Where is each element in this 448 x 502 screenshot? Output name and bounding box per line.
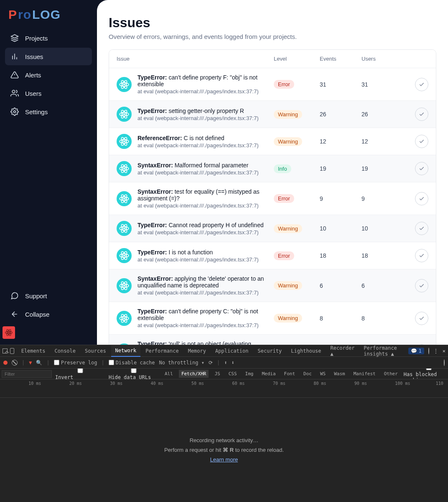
filter-chip-js[interactable]: JS — [212, 370, 222, 378]
devtools-tab-console[interactable]: Console — [50, 346, 80, 356]
more-icon[interactable]: ⋮ — [433, 348, 438, 354]
devtools-tab-performance[interactable]: Performance — [141, 346, 183, 356]
error-location: at eval (webpack-internal:///./pages/ind… — [137, 289, 274, 296]
filter-chip-other[interactable]: Other — [382, 370, 400, 378]
level-badge: Error — [274, 194, 294, 203]
sidebar-item-issues[interactable]: Issues — [5, 48, 92, 65]
events-count: 26 — [320, 111, 361, 118]
resolve-button[interactable] — [415, 249, 428, 262]
sidebar-item-collapse[interactable]: Collapse — [5, 305, 92, 323]
error-location: at eval (webpack-internal:///./pages/ind… — [137, 229, 264, 236]
issues-badge[interactable]: 💬 1 — [408, 348, 424, 354]
table-row[interactable]: TypeError: setting getter-only property … — [109, 100, 436, 128]
table-row[interactable]: ReferenceError: C is not definedat eval … — [109, 128, 436, 155]
react-icon — [117, 248, 132, 263]
hide-data-urls-checkbox[interactable]: Hide data URLs — [109, 369, 159, 379]
filter-chip-css[interactable]: CSS — [226, 370, 239, 378]
sidebar-item-projects[interactable]: Projects — [5, 29, 92, 47]
react-icon — [117, 191, 132, 206]
sidebar-item-alerts[interactable]: Alerts — [5, 66, 92, 84]
error-location: at eval (webpack-internal:///./pages/ind… — [137, 169, 259, 176]
download-icon[interactable]: ⬇ — [231, 360, 234, 366]
filter-icon[interactable]: ▼ — [29, 360, 32, 366]
table-row[interactable]: TypeError: Cannot read property H of und… — [109, 215, 436, 242]
upload-icon[interactable]: ⬆ — [224, 360, 227, 366]
timeline-tick: 20 ms — [69, 381, 82, 386]
issues-table: Issue Level Events Users TypeError: can'… — [109, 49, 436, 345]
close-icon[interactable]: ✕ — [443, 348, 445, 354]
resolve-button[interactable] — [415, 108, 428, 121]
table-row[interactable]: TypeError: can't define property C: "obj… — [109, 302, 436, 334]
filter-chip-wasm[interactable]: Wasm — [331, 370, 348, 378]
filter-chip-all[interactable]: All — [162, 370, 176, 378]
devtools-tab-memory[interactable]: Memory — [184, 346, 210, 356]
disable-cache-checkbox[interactable]: Disable cache — [109, 360, 155, 366]
device-toolbar-icon[interactable] — [10, 347, 15, 355]
preserve-log-checkbox[interactable]: Preserve log — [54, 360, 97, 366]
devtools-tab-security[interactable]: Security — [254, 346, 286, 356]
resolve-button[interactable] — [415, 222, 428, 235]
filter-chip-manifest[interactable]: Manifest — [351, 370, 378, 378]
sidebar-item-label: Users — [25, 90, 41, 97]
wifi-icon[interactable]: ⟳ — [209, 360, 213, 366]
sidebar-item-settings[interactable]: Settings — [5, 103, 92, 120]
filter-chip-fetch-xhr[interactable]: Fetch/XHR — [179, 370, 209, 378]
gear-icon[interactable] — [428, 348, 429, 354]
events-count: 31 — [320, 81, 361, 88]
resolve-button[interactable] — [415, 312, 428, 325]
invert-checkbox[interactable]: Invert — [55, 369, 105, 379]
filter-chip-font[interactable]: Font — [282, 370, 298, 378]
devtools-tab-network[interactable]: Network — [111, 345, 141, 357]
layers-icon — [10, 33, 19, 43]
clear-icon[interactable] — [12, 360, 18, 366]
react-query-devtools-badge[interactable] — [3, 326, 15, 339]
filter-chip-media[interactable]: Media — [259, 370, 278, 378]
blocked-cookies-checkbox[interactable]: Has blocked cookies — [404, 369, 448, 379]
filter-chip-doc[interactable]: Doc — [301, 370, 314, 378]
resolve-button[interactable] — [415, 279, 428, 292]
sidebar-item-support[interactable]: Support — [5, 287, 92, 305]
inspect-element-icon[interactable] — [3, 347, 8, 355]
resolve-button[interactable] — [415, 344, 428, 345]
devtools-tab-lighthouse[interactable]: Lighthouse — [287, 346, 325, 356]
error-location: at eval (webpack-internal:///./pages/ind… — [137, 142, 259, 149]
users-count: 26 — [361, 111, 403, 118]
filter-chip-ws[interactable]: WS — [318, 370, 328, 378]
learn-more-link[interactable]: Learn more — [210, 456, 238, 463]
sidebar-item-users[interactable]: Users — [5, 85, 92, 102]
sidebar-item-label: Projects — [25, 35, 48, 42]
table-row[interactable]: SyntaxError: test for equality (==) mist… — [109, 182, 436, 215]
devtools-body: Recording network activity… Perform a re… — [0, 398, 448, 502]
table-row[interactable]: SyntaxError: Malformed formal parametera… — [109, 155, 436, 182]
throttling-select[interactable]: No throttling ▾ — [159, 360, 204, 366]
react-icon — [117, 343, 132, 345]
record-icon[interactable] — [3, 361, 8, 365]
devtools-tab-application[interactable]: Application — [211, 346, 252, 356]
sidebar-item-label: Issues — [25, 53, 43, 60]
devtools-tab-sources[interactable]: Sources — [81, 346, 110, 356]
resolve-button[interactable] — [415, 78, 428, 91]
devtools-tab-elements[interactable]: Elements — [17, 346, 50, 356]
events-count: 10 — [320, 225, 361, 232]
devtools-timeline[interactable]: 10 ms20 ms30 ms40 ms50 ms60 ms70 ms80 ms… — [0, 379, 448, 398]
error-location: at eval (webpack-internal:///./pages/ind… — [137, 202, 274, 209]
filter-chip-img[interactable]: Img — [243, 370, 256, 378]
page-subtitle: Overview of errors, warnings, and events… — [109, 33, 436, 40]
resolve-button[interactable] — [415, 135, 428, 148]
timeline-tick: 90 ms — [354, 381, 367, 386]
table-row[interactable]: TypeError: I is not a functionat eval (w… — [109, 242, 436, 269]
col-events: Events — [320, 56, 361, 62]
gear-icon[interactable] — [444, 360, 445, 366]
instr-c: to record the reload. — [234, 447, 284, 453]
filter-input[interactable] — [2, 370, 52, 378]
issue-count: 1 — [419, 348, 422, 354]
gear-icon — [10, 107, 19, 116]
instruction-line: Perform a request or hit ⌘ R to record t… — [164, 447, 284, 453]
search-icon[interactable]: 🔍 — [36, 360, 42, 366]
resolve-button[interactable] — [415, 192, 428, 205]
error-type: SyntaxError: — [137, 275, 173, 282]
level-badge: Warning — [274, 314, 302, 323]
resolve-button[interactable] — [415, 162, 428, 175]
table-row[interactable]: SyntaxError: applying the 'delete' opera… — [109, 269, 436, 302]
table-row[interactable]: TypeError: can't define property F: "obj… — [109, 68, 436, 100]
